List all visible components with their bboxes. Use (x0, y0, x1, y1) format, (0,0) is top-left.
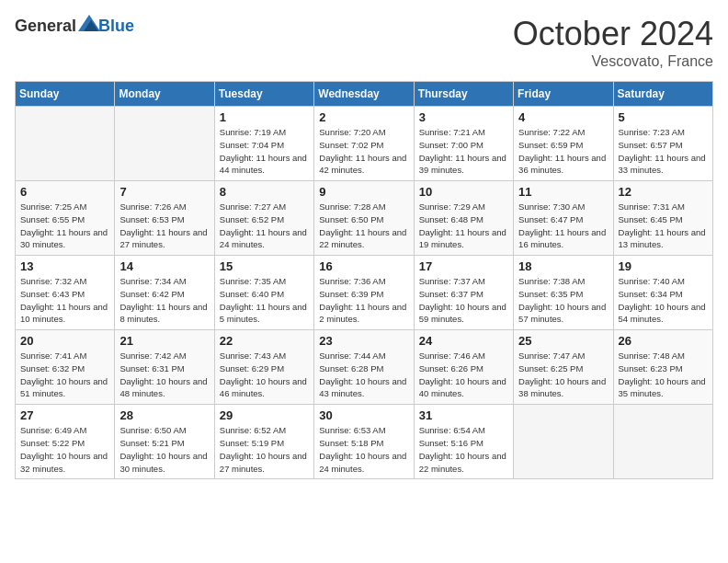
day-number: 30 (319, 408, 408, 422)
day-info: Sunrise: 7:43 AMSunset: 6:29 PMDaylight:… (220, 350, 309, 400)
day-info: Sunrise: 7:20 AMSunset: 7:02 PMDaylight:… (319, 126, 408, 177)
day-number: 9 (319, 185, 408, 199)
day-info: Sunrise: 7:25 AMSunset: 6:55 PMDaylight:… (20, 201, 109, 251)
calendar-week-row: 20Sunrise: 7:41 AMSunset: 6:32 PMDayligh… (16, 330, 713, 405)
month-title: October 2024 (513, 15, 713, 53)
day-info: Sunrise: 7:46 AMSunset: 6:26 PMDaylight:… (419, 350, 508, 400)
calendar-day-cell: 2Sunrise: 7:20 AMSunset: 7:02 PMDaylight… (314, 107, 414, 181)
logo: General Blue (15, 15, 134, 37)
logo-blue: Blue (98, 17, 134, 36)
calendar-day-cell: 3Sunrise: 7:21 AMSunset: 7:00 PMDaylight… (414, 107, 513, 181)
calendar-day-cell: 14Sunrise: 7:34 AMSunset: 6:42 PMDayligh… (115, 256, 214, 330)
weekday-header: Sunday (16, 82, 115, 107)
day-info: Sunrise: 7:40 AMSunset: 6:34 PMDaylight:… (619, 275, 708, 326)
calendar-day-cell: 19Sunrise: 7:40 AMSunset: 6:34 PMDayligh… (613, 256, 712, 330)
day-info: Sunrise: 6:50 AMSunset: 5:21 PMDaylight:… (119, 424, 209, 475)
day-info: Sunrise: 7:21 AMSunset: 7:00 PMDaylight:… (419, 126, 508, 177)
day-info: Sunrise: 7:41 AMSunset: 6:32 PMDaylight:… (20, 350, 109, 400)
day-number: 16 (319, 259, 408, 273)
calendar-week-row: 1Sunrise: 7:19 AMSunset: 7:04 PMDaylight… (16, 107, 713, 181)
day-info: Sunrise: 6:52 AMSunset: 5:19 PMDaylight:… (220, 424, 309, 475)
calendar-day-cell: 15Sunrise: 7:35 AMSunset: 6:40 PMDayligh… (214, 256, 313, 330)
weekday-header: Friday (514, 82, 613, 107)
calendar-day-cell (514, 405, 613, 479)
calendar-week-row: 27Sunrise: 6:49 AMSunset: 5:22 PMDayligh… (16, 405, 713, 479)
calendar-day-cell: 16Sunrise: 7:36 AMSunset: 6:39 PMDayligh… (314, 256, 414, 330)
day-info: Sunrise: 7:47 AMSunset: 6:25 PMDaylight:… (518, 350, 608, 400)
day-info: Sunrise: 7:26 AMSunset: 6:53 PMDaylight:… (119, 201, 209, 251)
calendar-day-cell (16, 107, 115, 181)
weekday-header: Saturday (613, 82, 712, 107)
calendar-day-cell: 7Sunrise: 7:26 AMSunset: 6:53 PMDaylight… (115, 181, 214, 256)
day-number: 22 (220, 334, 309, 348)
calendar-day-cell: 26Sunrise: 7:48 AMSunset: 6:23 PMDayligh… (613, 330, 712, 405)
day-info: Sunrise: 7:23 AMSunset: 6:57 PMDaylight:… (619, 126, 708, 177)
calendar-week-row: 13Sunrise: 7:32 AMSunset: 6:43 PMDayligh… (16, 256, 713, 330)
day-info: Sunrise: 7:29 AMSunset: 6:48 PMDaylight:… (419, 201, 508, 251)
weekday-header: Monday (115, 82, 214, 107)
calendar-day-cell (115, 107, 214, 181)
calendar-day-cell: 11Sunrise: 7:30 AMSunset: 6:47 PMDayligh… (514, 181, 613, 256)
day-info: Sunrise: 7:37 AMSunset: 6:37 PMDaylight:… (419, 275, 508, 326)
day-number: 10 (419, 185, 508, 199)
calendar-day-cell: 29Sunrise: 6:52 AMSunset: 5:19 PMDayligh… (214, 405, 313, 479)
day-number: 11 (518, 185, 608, 199)
calendar-day-cell: 24Sunrise: 7:46 AMSunset: 6:26 PMDayligh… (414, 330, 513, 405)
day-info: Sunrise: 7:34 AMSunset: 6:42 PMDaylight:… (119, 275, 209, 326)
calendar-day-cell: 9Sunrise: 7:28 AMSunset: 6:50 PMDaylight… (314, 181, 414, 256)
calendar-header-row: SundayMondayTuesdayWednesdayThursdayFrid… (16, 82, 713, 107)
day-number: 2 (319, 110, 408, 124)
weekday-header: Thursday (414, 82, 513, 107)
title-block: October 2024 Vescovato, France (513, 15, 713, 70)
day-number: 26 (619, 334, 708, 348)
day-number: 5 (619, 110, 708, 124)
day-info: Sunrise: 6:54 AMSunset: 5:16 PMDaylight:… (419, 424, 508, 475)
day-info: Sunrise: 7:32 AMSunset: 6:43 PMDaylight:… (20, 275, 109, 326)
calendar-day-cell: 17Sunrise: 7:37 AMSunset: 6:37 PMDayligh… (414, 256, 513, 330)
day-info: Sunrise: 7:38 AMSunset: 6:35 PMDaylight:… (518, 275, 608, 326)
calendar-day-cell: 20Sunrise: 7:41 AMSunset: 6:32 PMDayligh… (16, 330, 115, 405)
calendar-day-cell: 31Sunrise: 6:54 AMSunset: 5:16 PMDayligh… (414, 405, 513, 479)
weekday-header: Tuesday (214, 82, 313, 107)
day-number: 4 (518, 110, 608, 124)
day-number: 3 (419, 110, 508, 124)
calendar-day-cell: 5Sunrise: 7:23 AMSunset: 6:57 PMDaylight… (613, 107, 712, 181)
day-info: Sunrise: 7:42 AMSunset: 6:31 PMDaylight:… (119, 350, 209, 400)
day-number: 19 (619, 259, 708, 273)
day-info: Sunrise: 6:49 AMSunset: 5:22 PMDaylight:… (20, 424, 109, 475)
day-number: 15 (220, 259, 309, 273)
calendar-day-cell: 18Sunrise: 7:38 AMSunset: 6:35 PMDayligh… (514, 256, 613, 330)
day-number: 28 (119, 408, 209, 422)
calendar-day-cell: 21Sunrise: 7:42 AMSunset: 6:31 PMDayligh… (115, 330, 214, 405)
day-number: 31 (419, 408, 508, 422)
day-number: 29 (220, 408, 309, 422)
day-number: 14 (119, 259, 209, 273)
day-number: 6 (20, 185, 109, 199)
day-number: 24 (419, 334, 508, 348)
calendar-day-cell: 1Sunrise: 7:19 AMSunset: 7:04 PMDaylight… (214, 107, 313, 181)
page-header: General Blue October 2024 Vescovato, Fra… (15, 15, 713, 70)
calendar-day-cell: 25Sunrise: 7:47 AMSunset: 6:25 PMDayligh… (514, 330, 613, 405)
day-number: 8 (220, 185, 309, 199)
day-info: Sunrise: 7:28 AMSunset: 6:50 PMDaylight:… (319, 201, 408, 251)
day-info: Sunrise: 7:19 AMSunset: 7:04 PMDaylight:… (220, 126, 309, 177)
calendar-day-cell: 30Sunrise: 6:53 AMSunset: 5:18 PMDayligh… (314, 405, 414, 479)
day-info: Sunrise: 7:31 AMSunset: 6:45 PMDaylight:… (619, 201, 708, 251)
calendar-day-cell: 10Sunrise: 7:29 AMSunset: 6:48 PMDayligh… (414, 181, 513, 256)
calendar-table: SundayMondayTuesdayWednesdayThursdayFrid… (15, 81, 713, 479)
calendar-body: 1Sunrise: 7:19 AMSunset: 7:04 PMDaylight… (16, 107, 713, 479)
calendar-day-cell: 28Sunrise: 6:50 AMSunset: 5:21 PMDayligh… (115, 405, 214, 479)
day-info: Sunrise: 7:36 AMSunset: 6:39 PMDaylight:… (319, 275, 408, 326)
day-number: 21 (119, 334, 209, 348)
day-number: 20 (20, 334, 109, 348)
day-number: 23 (319, 334, 408, 348)
day-number: 17 (419, 259, 508, 273)
calendar-day-cell: 6Sunrise: 7:25 AMSunset: 6:55 PMDaylight… (16, 181, 115, 256)
calendar-day-cell: 8Sunrise: 7:27 AMSunset: 6:52 PMDaylight… (214, 181, 313, 256)
day-number: 7 (119, 185, 209, 199)
calendar-day-cell: 27Sunrise: 6:49 AMSunset: 5:22 PMDayligh… (16, 405, 115, 479)
calendar-day-cell: 23Sunrise: 7:44 AMSunset: 6:28 PMDayligh… (314, 330, 414, 405)
calendar-day-cell: 4Sunrise: 7:22 AMSunset: 6:59 PMDaylight… (514, 107, 613, 181)
day-number: 1 (220, 110, 309, 124)
day-info: Sunrise: 7:35 AMSunset: 6:40 PMDaylight:… (220, 275, 309, 326)
